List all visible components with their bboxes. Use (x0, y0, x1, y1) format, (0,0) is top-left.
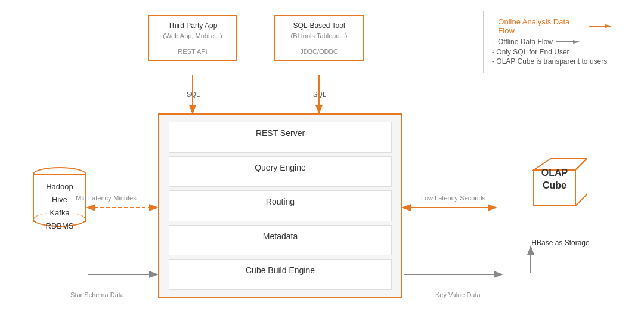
hadoop-label-0: Hadoop (33, 180, 86, 193)
third-party-title: Third Party App (Web App, Mobile...) (155, 21, 230, 41)
dash-orange: - (492, 22, 494, 31)
hadoop-label-3: RDBMS (33, 220, 86, 233)
key-value-label: Key Value Data (435, 291, 481, 298)
query-engine-row: Query Engine (169, 156, 392, 187)
rest-server-row: REST Server (169, 122, 392, 153)
sql-tool-box: SQL-Based Tool (BI tools:Tableau...) JDB… (274, 15, 364, 61)
legend-title-text: Online Analysis Data Flow (498, 17, 584, 35)
sql-tool-title: SQL-Based Tool (BI tools:Tableau...) (281, 21, 357, 41)
legend-offline-flow: - Offline Data Flow (492, 38, 611, 46)
sql-tool-api: JDBC/ODBC (281, 45, 357, 55)
architecture-diagram: - Online Analysis Data Flow - Offline Da… (0, 0, 644, 318)
third-party-subtitle: (Web App, Mobile...) (163, 32, 222, 39)
legend-box: - Online Analysis Data Flow - Offline Da… (483, 11, 620, 73)
legend-offline-text: Offline Data Flow (498, 38, 553, 46)
olap-container: OLAP Cube (522, 152, 587, 214)
olap-label: OLAP Cube (532, 167, 577, 192)
third-party-api: REST API (155, 45, 230, 55)
legend-sql-only: - Only SQL for End User (492, 48, 611, 56)
svg-marker-4 (573, 40, 580, 44)
star-schema-label: Star Schema Data (64, 291, 130, 298)
metadata-row: Metadata (169, 225, 392, 256)
hbase-label: HBase as Storage (525, 239, 596, 247)
arrow-orange-icon (589, 23, 611, 30)
svg-marker-1 (605, 24, 611, 28)
legend-olap-transparent: - OLAP Cube is transparent to users (492, 57, 611, 66)
third-party-box: Third Party App (Web App, Mobile...) RES… (148, 15, 237, 61)
main-engine-box: REST Server Query Engine Routing Metadat… (158, 113, 402, 298)
arrow-gray-icon (556, 38, 580, 45)
low-latency-label: Low Latency-Seconds (417, 194, 489, 202)
hadoop-labels-inner: Hadoop Hive Kafka RDBMS (33, 180, 86, 233)
cube-build-engine-row: Cube Build Engine (169, 259, 392, 290)
sql-tool-subtitle: (BI tools:Tableau...) (291, 32, 348, 39)
mid-latency-label: Mid Latency-Minutes (67, 194, 145, 202)
sql-label-left: SQL (187, 91, 200, 98)
routing-row: Routing (169, 190, 392, 221)
hadoop-label-2: Kafka (33, 206, 86, 220)
legend-online-flow: - Online Analysis Data Flow (492, 17, 611, 35)
sql-label-right: SQL (313, 91, 326, 98)
